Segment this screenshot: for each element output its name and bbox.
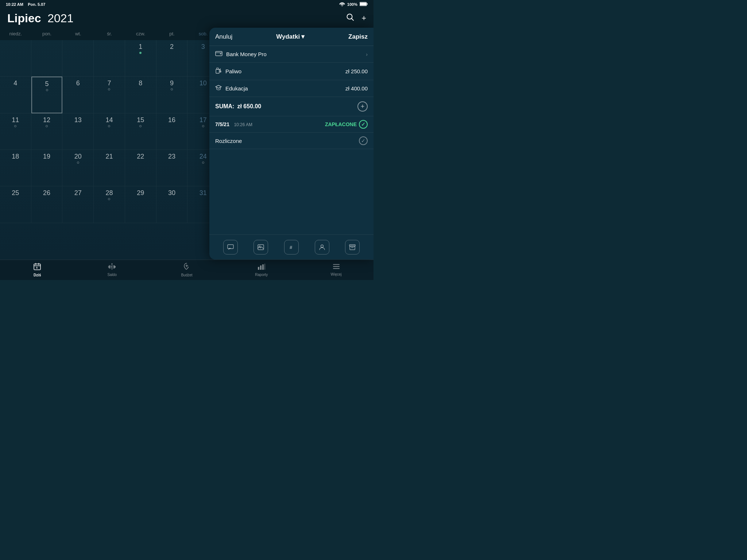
expense-item-paliwo[interactable]: Paliwo zł 250.00 bbox=[209, 63, 374, 80]
day-cell-11[interactable]: 11 bbox=[0, 113, 31, 150]
add-item-button[interactable]: + bbox=[357, 101, 368, 112]
calendar-grid: 1 2 3 4 5 6 7 8 9 10 11 12 13 14 15 16 1… bbox=[0, 40, 219, 260]
wifi-icon bbox=[339, 2, 345, 7]
day-cell-5-today[interactable]: 5 bbox=[31, 77, 63, 113]
chevron-down-icon: ▾ bbox=[301, 33, 305, 40]
svg-point-25 bbox=[112, 263, 112, 264]
svg-rect-29 bbox=[264, 264, 265, 270]
day-cell-30[interactable]: 30 bbox=[156, 186, 188, 223]
day-cell-9[interactable]: 9 bbox=[156, 77, 188, 113]
transaction-panel: Anuluj Wydatki ▾ Zapisz Bank Money Pro › bbox=[209, 28, 374, 260]
date-area: 7/5/21 10:26 AM bbox=[215, 121, 252, 128]
page-title: Lipiec 2021 bbox=[7, 12, 73, 25]
date-paid-row: 7/5/21 10:26 AM ZAPŁACONE ✓ bbox=[209, 116, 374, 133]
tab-budzet[interactable]: Budżet bbox=[150, 260, 224, 280]
status-time: 10:22 AM bbox=[6, 2, 23, 7]
day-cell-6[interactable]: 6 bbox=[62, 77, 94, 113]
bank-account-row[interactable]: Bank Money Pro › bbox=[209, 46, 374, 63]
paid-check-icon: ✓ bbox=[359, 120, 368, 129]
tab-wiecej[interactable]: Więcej bbox=[299, 260, 374, 280]
day-header-fri: pt. bbox=[156, 28, 188, 40]
svg-text:#: # bbox=[290, 245, 293, 250]
add-icon[interactable]: + bbox=[361, 13, 366, 23]
main-content: niedz. pon. wt. śr. czw. pt. sob. 1 2 3 … bbox=[0, 28, 374, 260]
budget-icon bbox=[183, 263, 190, 272]
day-cell-26[interactable]: 26 bbox=[31, 186, 63, 223]
search-icon[interactable] bbox=[346, 13, 354, 23]
sum-value: zł 650.00 bbox=[237, 103, 261, 110]
day-cell-8[interactable]: 8 bbox=[125, 77, 156, 113]
day-cell-13[interactable]: 13 bbox=[62, 113, 94, 150]
svg-rect-30 bbox=[333, 264, 340, 265]
calendar-icon: 5 bbox=[34, 263, 41, 272]
reconcile-label: Rozliczone bbox=[215, 138, 242, 144]
day-header-tue: wt. bbox=[62, 28, 94, 40]
expense-item-edukacja[interactable]: Edukacja zł 400.00 bbox=[209, 80, 374, 97]
svg-rect-1 bbox=[360, 3, 366, 5]
svg-rect-26 bbox=[258, 267, 259, 270]
day-cell-29[interactable]: 29 bbox=[125, 186, 156, 223]
day-header-sun: niedz. bbox=[0, 28, 31, 40]
image-button[interactable] bbox=[253, 240, 268, 254]
education-icon bbox=[215, 85, 222, 92]
day-cell-12[interactable]: 12 bbox=[31, 113, 63, 150]
day-cell-7[interactable]: 7 bbox=[94, 77, 125, 113]
paid-button[interactable]: ZAPŁACONE ✓ bbox=[325, 120, 368, 129]
balance-icon bbox=[108, 263, 116, 272]
transaction-type-button[interactable]: Wydatki ▾ bbox=[276, 33, 305, 40]
tag-button[interactable]: # bbox=[284, 240, 299, 254]
cancel-button[interactable]: Anuluj bbox=[215, 33, 232, 40]
day-cell-1[interactable]: 1 bbox=[125, 40, 156, 77]
day-cell-14[interactable]: 14 bbox=[94, 113, 125, 150]
day-cell-18[interactable]: 18 bbox=[0, 150, 31, 186]
day-cell-2[interactable]: 2 bbox=[156, 40, 188, 77]
status-day: Pon. 5.07 bbox=[28, 2, 45, 7]
day-header-thu: czw. bbox=[125, 28, 156, 40]
day-cell-22[interactable]: 22 bbox=[125, 150, 156, 186]
svg-point-15 bbox=[321, 245, 323, 248]
day-cell-28[interactable]: 28 bbox=[94, 186, 125, 223]
fuel-icon bbox=[215, 67, 222, 75]
transaction-time: 10:26 AM bbox=[234, 122, 252, 127]
day-cell-23[interactable]: 23 bbox=[156, 150, 188, 186]
day-cell-27[interactable]: 27 bbox=[62, 186, 94, 223]
transaction-date[interactable]: 7/5/21 bbox=[215, 121, 229, 127]
comment-button[interactable] bbox=[223, 240, 238, 254]
svg-text:5: 5 bbox=[36, 267, 38, 269]
status-bar: 10:22 AM Pon. 5.07 100% bbox=[0, 0, 374, 9]
day-cell-21[interactable]: 21 bbox=[94, 150, 125, 186]
save-button[interactable]: Zapisz bbox=[348, 33, 368, 40]
day-cell-20[interactable]: 20 bbox=[62, 150, 94, 186]
status-time-day: 10:22 AM Pon. 5.07 bbox=[6, 2, 45, 7]
tab-dzis[interactable]: 5 Dziś bbox=[0, 260, 75, 280]
day-cell-empty2 bbox=[31, 40, 63, 77]
day-cell-15[interactable]: 15 bbox=[125, 113, 156, 150]
paliwo-value: zł 250.00 bbox=[345, 68, 368, 74]
battery-icon bbox=[360, 2, 368, 7]
tab-saldo[interactable]: Saldo bbox=[75, 260, 150, 280]
day-cell-25[interactable]: 25 bbox=[0, 186, 31, 223]
svg-rect-17 bbox=[350, 246, 355, 250]
svg-rect-32 bbox=[333, 268, 340, 269]
day-cell-16[interactable]: 16 bbox=[156, 113, 188, 150]
tab-bar: 5 Dziś Saldo Budżet Raporty Więcej bbox=[0, 260, 374, 280]
reports-icon bbox=[258, 263, 266, 272]
sum-row: SUMA: zł 650.00 + bbox=[209, 97, 374, 116]
tab-saldo-label: Saldo bbox=[107, 273, 117, 277]
svg-rect-7 bbox=[220, 53, 221, 54]
reconcile-row[interactable]: Rozliczone ✓ bbox=[209, 133, 374, 149]
day-cell-19[interactable]: 19 bbox=[31, 150, 63, 186]
edukacja-value: zł 400.00 bbox=[345, 85, 368, 92]
tab-raporty[interactable]: Raporty bbox=[224, 260, 299, 280]
tab-raporty-label: Raporty bbox=[255, 273, 268, 277]
tab-wiecej-label: Więcej bbox=[331, 272, 342, 276]
svg-rect-8 bbox=[216, 69, 219, 73]
archive-button[interactable] bbox=[345, 240, 360, 254]
day-cell-4[interactable]: 4 bbox=[0, 77, 31, 113]
tab-dzis-label: Dziś bbox=[34, 273, 41, 277]
reconcile-check-icon[interactable]: ✓ bbox=[359, 136, 368, 145]
day-cell-empty4 bbox=[94, 40, 125, 77]
edukacja-label: Edukacja bbox=[225, 85, 248, 92]
person-button[interactable] bbox=[315, 240, 329, 254]
svg-rect-6 bbox=[216, 52, 222, 53]
